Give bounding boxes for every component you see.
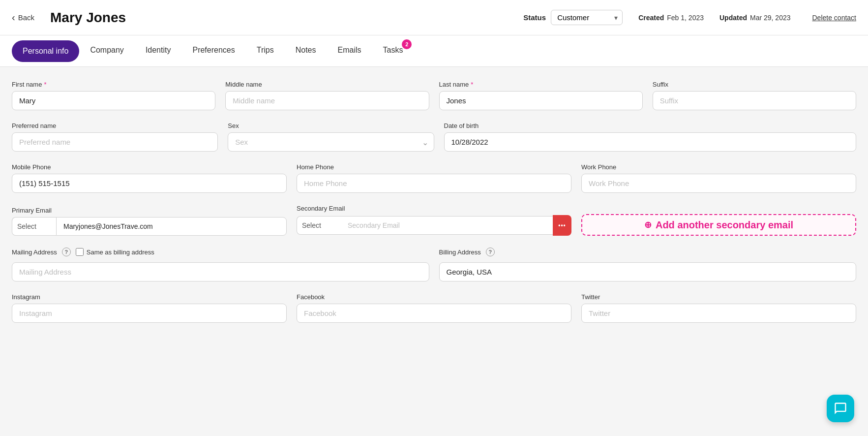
facebook-label: Facebook — [297, 293, 571, 301]
tab-emails-label: Emails — [338, 46, 361, 55]
tab-tasks[interactable]: Tasks 2 — [372, 35, 414, 67]
sex-select-wrap: Sex Male Female Other Prefer not to say — [228, 132, 434, 152]
tasks-badge: 2 — [402, 39, 412, 49]
mailing-address-input[interactable] — [12, 262, 429, 281]
work-phone-input[interactable] — [581, 174, 856, 193]
same-as-billing-checkbox[interactable] — [76, 248, 84, 256]
middle-name-input[interactable] — [225, 91, 429, 110]
mailing-address-field: Mailing Address ? Same as billing addres… — [12, 248, 429, 281]
tab-trips-label: Trips — [257, 46, 274, 55]
dots-icon: ••• — [558, 222, 566, 229]
facebook-input[interactable] — [297, 304, 571, 323]
primary-email-label: Primary Email — [12, 207, 287, 214]
billing-address-field: Billing Address ? — [439, 248, 857, 281]
status-select[interactable]: LeadCustomerPast CustomerVIP — [551, 10, 623, 25]
address-row: Mailing Address ? Same as billing addres… — [12, 248, 856, 281]
sex-select[interactable]: Sex Male Female Other Prefer not to say — [228, 132, 434, 152]
secondary-email-field: Secondary Email Select Home Work ••• — [297, 205, 571, 236]
add-secondary-email-button[interactable]: ⊕ Add another secondary email — [581, 214, 856, 236]
updated-label: Updated — [719, 14, 747, 22]
home-phone-field: Home Phone — [297, 163, 571, 193]
tab-emails[interactable]: Emails — [327, 35, 372, 67]
tab-notes[interactable]: Notes — [285, 35, 327, 67]
mobile-phone-field: Mobile Phone — [12, 163, 287, 193]
main-content: First name * Middle name Last name * — [0, 67, 868, 436]
last-name-input[interactable] — [439, 91, 643, 110]
tab-notes-label: Notes — [296, 46, 316, 55]
dob-input[interactable] — [444, 132, 857, 152]
nav-tabs: Personal info Company Identity Preferenc… — [0, 35, 868, 67]
delete-contact-button[interactable]: Delete contact — [812, 14, 857, 22]
instagram-input[interactable] — [12, 304, 287, 323]
updated-value: Mar 29, 2023 — [750, 14, 791, 22]
last-name-field: Last name * — [439, 81, 643, 110]
back-label: Back — [18, 13, 34, 22]
mobile-phone-input[interactable] — [12, 174, 287, 193]
mailing-label-row: Mailing Address ? Same as billing addres… — [12, 248, 429, 256]
back-button[interactable]: ‹ Back — [12, 12, 34, 23]
phones-row: Mobile Phone Home Phone Work Phone — [12, 163, 856, 193]
created-label: Created — [638, 14, 664, 22]
social-row: Instagram Facebook Twitter — [12, 293, 856, 323]
same-as-billing-label[interactable]: Same as billing address — [76, 248, 154, 256]
middle-name-label: Middle name — [225, 81, 429, 88]
primary-email-input[interactable] — [56, 217, 287, 236]
tab-preferences[interactable]: Preferences — [181, 35, 245, 67]
back-arrow-icon: ‹ — [12, 12, 15, 23]
billing-label-row: Billing Address ? — [439, 248, 857, 256]
secondary-email-options-button[interactable]: ••• — [553, 215, 571, 236]
mobile-phone-label: Mobile Phone — [12, 163, 287, 171]
secondary-email-input[interactable] — [341, 216, 553, 235]
twitter-label: Twitter — [581, 293, 856, 301]
work-phone-field: Work Phone — [581, 163, 856, 193]
updated-group: Updated Mar 29, 2023 — [719, 14, 791, 22]
tab-preferences-label: Preferences — [192, 46, 235, 55]
add-secondary-label: Add another secondary email — [656, 219, 793, 231]
name-row: First name * Middle name Last name * — [12, 81, 856, 110]
instagram-field: Instagram — [12, 293, 287, 323]
tab-personal-info[interactable]: Personal info — [12, 40, 79, 62]
sex-field: Sex Sex Male Female Other Prefer not to … — [228, 122, 434, 152]
secondary-email-input-row: Select Home Work ••• — [297, 215, 571, 236]
facebook-field: Facebook — [297, 293, 571, 323]
billing-address-input[interactable] — [439, 262, 857, 281]
tab-identity[interactable]: Identity — [135, 35, 182, 67]
status-group: Status LeadCustomerPast CustomerVIP — [523, 10, 623, 25]
required-indicator-2: * — [471, 81, 473, 88]
contact-name: Mary Jones — [50, 10, 126, 26]
preferred-name-field: Preferred name — [12, 122, 218, 152]
mailing-help-icon[interactable]: ? — [62, 248, 71, 256]
last-name-label: Last name * — [439, 81, 643, 88]
required-indicator: * — [44, 81, 46, 88]
chat-icon — [834, 402, 847, 415]
chat-fab-button[interactable] — [827, 395, 854, 422]
dob-field: Date of birth — [444, 122, 857, 152]
secondary-email-type-select[interactable]: Select Home Work — [297, 216, 341, 235]
billing-help-icon[interactable]: ? — [486, 248, 495, 256]
first-name-label: First name * — [12, 81, 215, 88]
suffix-label: Suffix — [653, 81, 856, 88]
status-select-wrap: LeadCustomerPast CustomerVIP — [551, 10, 623, 25]
tab-identity-label: Identity — [146, 46, 171, 55]
preferred-sex-dob-row: Preferred name Sex Sex Male Female Other… — [12, 122, 856, 152]
tab-trips[interactable]: Trips — [246, 35, 285, 67]
tab-company-label: Company — [90, 46, 123, 55]
preferred-name-input[interactable] — [12, 132, 218, 152]
dob-label: Date of birth — [444, 122, 857, 129]
primary-email-field: Primary Email Select Home Work — [12, 207, 287, 236]
primary-email-input-row: Select Home Work — [12, 217, 287, 236]
status-label: Status — [523, 13, 546, 22]
tab-company[interactable]: Company — [79, 35, 134, 67]
home-phone-input[interactable] — [297, 174, 571, 193]
twitter-input[interactable] — [581, 304, 856, 323]
suffix-field: Suffix — [653, 81, 856, 110]
instagram-label: Instagram — [12, 293, 287, 301]
created-value: Feb 1, 2023 — [667, 14, 704, 22]
created-group: Created Feb 1, 2023 — [638, 14, 704, 22]
work-phone-label: Work Phone — [581, 163, 856, 171]
suffix-input[interactable] — [653, 91, 856, 110]
tab-tasks-label: Tasks — [383, 46, 403, 55]
middle-name-field: Middle name — [225, 81, 429, 110]
first-name-input[interactable] — [12, 91, 215, 110]
primary-email-type-select[interactable]: Select Home Work — [12, 217, 56, 236]
